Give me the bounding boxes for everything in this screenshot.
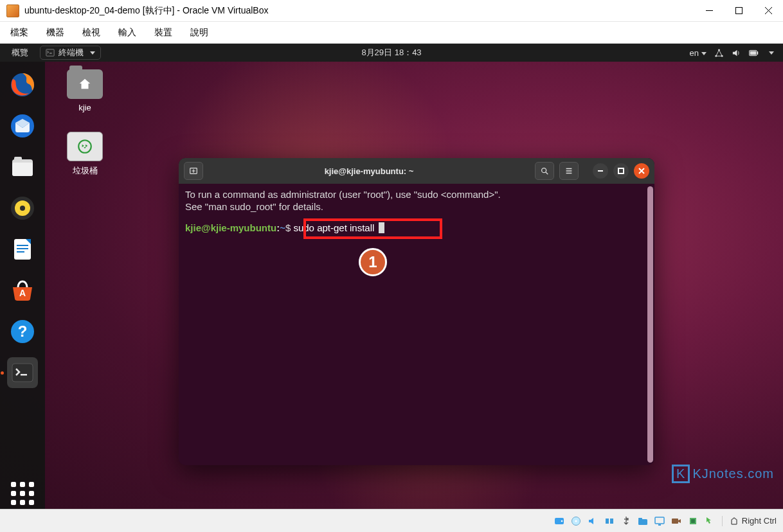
chevron-down-icon — [769, 51, 774, 55]
desktop-trash[interactable]: 垃圾桶 — [58, 132, 112, 177]
trash-icon — [67, 132, 103, 161]
gnome-top-bar: 概覽 終端機 8月29日 18：43 en — [0, 44, 783, 62]
terminal-minimize-button[interactable] — [593, 163, 608, 179]
recording-indicator-icon[interactable] — [670, 515, 682, 527]
svg-rect-36 — [638, 518, 642, 520]
volume-icon[interactable] — [732, 48, 741, 58]
cpu-indicator-icon[interactable] — [687, 515, 699, 527]
dock: A ? — [0, 62, 45, 509]
optical-indicator-icon[interactable] — [570, 515, 582, 527]
svg-text:A: A — [19, 288, 26, 298]
host-menu-view[interactable]: 檢視 — [82, 27, 100, 39]
host-window-titlebar: ubuntu-desktop-20_04-demo [執行中] - Oracle… — [0, 0, 783, 22]
svg-rect-38 — [658, 524, 661, 526]
guest-viewport: 概覽 終端機 8月29日 18：43 en A ? — [0, 44, 783, 509]
terminal-prompt-line: kjie@kjie-myubuntu:~$ sudo apt-get insta… — [185, 222, 648, 235]
desktop-home-folder[interactable]: kjie — [58, 69, 112, 112]
host-key-indicator[interactable]: Right Ctrl — [722, 516, 777, 526]
svg-rect-34 — [610, 519, 613, 524]
clock[interactable]: 8月29日 18：43 — [361, 47, 421, 58]
display-indicator-icon[interactable] — [654, 515, 665, 527]
svg-rect-11 — [12, 163, 33, 176]
terminal-maximize-button[interactable] — [613, 163, 629, 179]
virtualbox-icon — [6, 4, 19, 17]
scrollbar-thumb[interactable] — [647, 186, 653, 463]
svg-rect-7 — [757, 51, 759, 55]
terminal-body[interactable]: To run a command as administrator (user … — [179, 184, 654, 465]
svg-rect-19 — [17, 251, 24, 253]
activities-button[interactable]: 概覽 — [6, 46, 33, 60]
svg-rect-37 — [655, 517, 664, 524]
input-source-indicator[interactable]: en — [690, 48, 706, 58]
dock-help[interactable]: ? — [7, 316, 38, 347]
app-menu-label: 終端機 — [59, 47, 84, 58]
svg-rect-24 — [21, 374, 27, 376]
host-menu-input[interactable]: 輸入 — [118, 27, 136, 39]
terminal-headerbar: kjie@kjie-myubuntu: ~ — [179, 158, 654, 184]
dock-ubuntu-software[interactable]: A — [7, 275, 38, 306]
terminal-scrollbar[interactable] — [647, 184, 653, 465]
desktop-trash-label: 垃圾桶 — [58, 165, 112, 177]
network-icon[interactable] — [714, 48, 724, 58]
svg-point-15 — [20, 206, 25, 211]
svg-rect-0 — [735, 8, 742, 14]
host-menu-devices[interactable]: 裝置 — [154, 27, 172, 39]
dock-rhythmbox[interactable] — [7, 193, 38, 224]
svg-rect-39 — [672, 519, 678, 524]
svg-rect-17 — [17, 245, 28, 246]
svg-rect-35 — [638, 519, 647, 525]
svg-point-25 — [78, 140, 91, 153]
prompt-path: ~ — [280, 222, 285, 233]
dock-thunderbird[interactable] — [7, 111, 38, 141]
svg-point-27 — [542, 168, 546, 173]
mouse-integration-icon[interactable] — [704, 515, 716, 527]
host-menu-file[interactable]: 檔案 — [10, 27, 28, 39]
terminal-menu-button[interactable] — [559, 162, 579, 180]
terminal-new-tab-button[interactable] — [184, 162, 203, 180]
annotation-badge: 1 — [359, 248, 387, 276]
network-indicator-icon[interactable] — [604, 515, 615, 527]
shared-folder-indicator-icon[interactable] — [637, 515, 649, 527]
host-key-label: Right Ctrl — [742, 516, 777, 526]
desktop-icons: kjie 垃圾桶 — [58, 69, 112, 177]
host-menubar: 檔案 機器 檢視 輸入 裝置 說明 — [0, 22, 783, 44]
apps-grid-icon — [7, 478, 38, 509]
battery-icon[interactable] — [749, 48, 759, 58]
svg-rect-41 — [691, 519, 695, 523]
svg-rect-23 — [12, 364, 33, 382]
svg-rect-28 — [618, 168, 624, 173]
dock-files[interactable] — [7, 152, 38, 182]
host-close-button[interactable] — [753, 0, 783, 22]
app-menu-terminal[interactable]: 終端機 — [40, 46, 101, 60]
terminal-close-button[interactable] — [634, 163, 649, 179]
prompt-symbol: $ — [285, 222, 291, 233]
folder-icon — [67, 69, 103, 99]
host-indicator-icons — [554, 515, 716, 527]
host-status-bar: Right Ctrl — [0, 509, 783, 532]
dock-show-applications[interactable] — [7, 478, 38, 509]
svg-rect-1 — [46, 49, 54, 57]
dock-terminal[interactable] — [7, 357, 38, 388]
svg-point-32 — [575, 520, 577, 522]
dock-firefox[interactable] — [7, 69, 38, 100]
chevron-down-icon — [90, 51, 95, 55]
hdd-indicator-icon[interactable] — [554, 515, 565, 527]
host-menu-machine[interactable]: 機器 — [46, 27, 64, 39]
dock-libreoffice-writer[interactable] — [7, 234, 38, 265]
terminal-window: kjie@kjie-myubuntu: ~ To run a command a… — [179, 158, 654, 465]
audio-indicator-icon[interactable] — [587, 515, 598, 527]
host-minimize-button[interactable] — [694, 0, 724, 22]
svg-text:?: ? — [18, 323, 28, 340]
terminal-title: kjie@kjie-myubuntu: ~ — [208, 166, 530, 176]
desktop-home-label: kjie — [58, 103, 112, 112]
terminal-search-button[interactable] — [535, 162, 554, 180]
usb-indicator-icon[interactable] — [620, 515, 632, 527]
prompt-userhost: kjie@kjie-myubuntu — [185, 222, 276, 233]
terminal-command: sudo apt-get install — [293, 222, 377, 233]
host-maximize-button[interactable] — [724, 0, 753, 22]
host-menu-help[interactable]: 說明 — [190, 27, 208, 39]
host-window-title: ubuntu-desktop-20_04-demo [執行中] - Oracle… — [24, 5, 268, 17]
terminal-cursor — [379, 222, 384, 233]
svg-rect-33 — [606, 519, 609, 524]
svg-rect-6 — [750, 51, 757, 55]
